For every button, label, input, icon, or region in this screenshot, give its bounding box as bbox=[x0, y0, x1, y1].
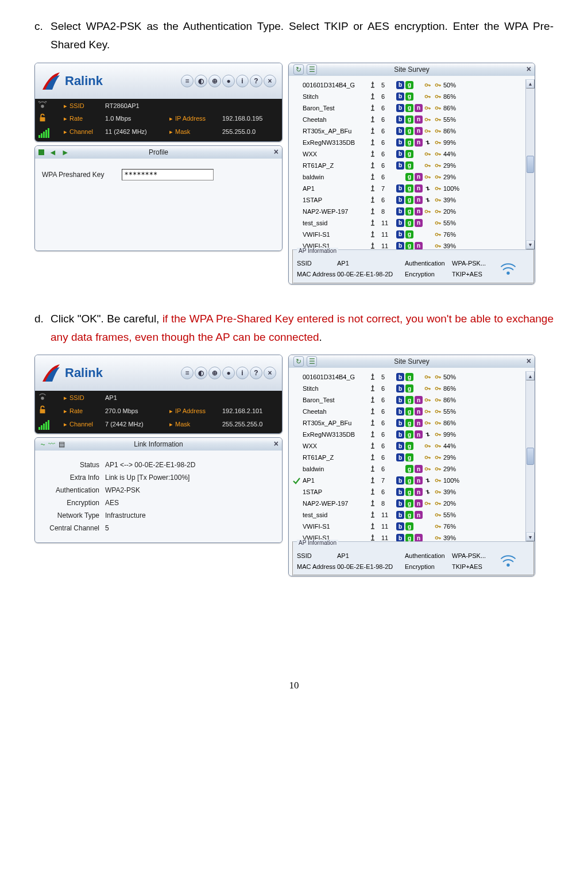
ap-channel: 11 bbox=[381, 534, 396, 541]
survey-row[interactable]: Stitch6bg86% bbox=[292, 91, 535, 102]
ap-channel: 6 bbox=[381, 385, 396, 392]
refresh-icon[interactable]: ↻ bbox=[293, 64, 304, 75]
list-icon[interactable]: ☰ bbox=[307, 356, 317, 367]
ap-signal: 39% bbox=[443, 534, 466, 541]
close-icon[interactable]: × bbox=[274, 439, 278, 448]
toolbar-btn-4[interactable]: ● bbox=[222, 75, 235, 87]
toolbar-btn-info[interactable]: i bbox=[236, 75, 249, 87]
toolbar-btn-close[interactable]: × bbox=[264, 75, 276, 87]
survey-row[interactable]: ExRegNW3135DB6bgn99% bbox=[292, 137, 535, 148]
ap-name: baldwin bbox=[303, 465, 369, 472]
next-arrow-icon[interactable]: ► bbox=[61, 148, 69, 157]
ap-channel: 6 bbox=[381, 174, 396, 180]
doc-icon[interactable]: ▤ bbox=[59, 440, 65, 448]
key-small-icon bbox=[434, 499, 442, 507]
survey-row[interactable]: Stitch6bg86% bbox=[292, 383, 535, 394]
close-icon[interactable]: × bbox=[527, 356, 531, 365]
survey-row[interactable]: Cheetah6bgn55% bbox=[292, 406, 535, 417]
ap-name: VWIFI-S1 bbox=[303, 523, 369, 530]
antenna-icon bbox=[369, 115, 381, 124]
scroll-up-icon[interactable]: ▴ bbox=[526, 371, 535, 380]
svg-point-38 bbox=[435, 422, 438, 424]
survey-row[interactable]: Baron_Test6bgn86% bbox=[292, 102, 535, 114]
scroll-thumb[interactable] bbox=[527, 448, 534, 465]
lock-open-icon bbox=[37, 405, 48, 415]
survey-list-1[interactable]: 001601D314B4_G5bg50%Stitch6bg86%Baron_Te… bbox=[292, 79, 535, 249]
survey-row[interactable]: test_ssid11bgn55% bbox=[292, 509, 535, 521]
survey-row[interactable]: WXX6bg44% bbox=[292, 148, 535, 160]
survey-row[interactable]: 1STAP6bgn39% bbox=[292, 194, 535, 206]
toolbar-btn-1[interactable]: ≡ bbox=[181, 367, 194, 379]
badge-b-icon: b bbox=[396, 442, 404, 450]
ap-signal: 99% bbox=[443, 139, 466, 146]
refresh-icon[interactable]: ↻ bbox=[293, 356, 304, 367]
survey-row[interactable]: RT305x_AP_BFu6bgn86% bbox=[292, 125, 535, 137]
ap-name: Baron_Test bbox=[303, 397, 369, 403]
toolbar-btn-2[interactable]: ◐ bbox=[195, 75, 207, 87]
survey-row[interactable]: Baron_Test6bgn86% bbox=[292, 394, 535, 406]
toolbar-btn-3[interactable]: ⊕ bbox=[208, 75, 221, 87]
key-icon bbox=[424, 150, 432, 158]
ap-name: WXX bbox=[303, 442, 369, 449]
survey-row[interactable]: VWIFI-S111bg76% bbox=[292, 229, 535, 240]
survey-row[interactable]: AP17bgn100% bbox=[292, 475, 535, 486]
psk-input[interactable] bbox=[122, 169, 214, 180]
close-icon[interactable]: × bbox=[274, 147, 278, 156]
graph-icon[interactable]: 〰 bbox=[48, 440, 55, 448]
toolbar-btn-4[interactable]: ● bbox=[222, 367, 235, 379]
ap-name: 001601D314B4_G bbox=[303, 374, 369, 380]
survey-row[interactable]: RT305x_AP_BFu6bgn86% bbox=[292, 417, 535, 429]
prev-arrow-icon[interactable]: ◄ bbox=[49, 148, 57, 157]
ap-signal: 55% bbox=[443, 511, 466, 518]
toolbar-btn-close[interactable]: × bbox=[264, 367, 276, 379]
survey-row[interactable]: baldwin6gn29% bbox=[292, 171, 535, 183]
scrollbar[interactable]: ▴ ▾ bbox=[525, 79, 535, 249]
scroll-thumb[interactable] bbox=[527, 156, 534, 173]
ap-channel: 6 bbox=[381, 431, 396, 438]
svg-point-33 bbox=[425, 399, 427, 401]
antenna-icon bbox=[369, 195, 381, 205]
svg-point-21 bbox=[425, 210, 427, 212]
scroll-down-icon[interactable]: ▾ bbox=[526, 240, 535, 249]
survey-row[interactable]: NAP2-WEP-1978bgn20% bbox=[292, 498, 535, 509]
psk-label: WPA Preshared Key bbox=[42, 171, 105, 179]
survey-row[interactable]: baldwin6gn29% bbox=[292, 463, 535, 475]
badge-b-icon: b bbox=[396, 373, 404, 381]
signal-wave-icon[interactable]: ⏦ bbox=[41, 440, 45, 448]
mask-value: 255.255.0.0 bbox=[222, 128, 280, 138]
badge-n-icon: n bbox=[415, 499, 423, 507]
badge-b-icon: b bbox=[396, 396, 404, 404]
survey-row[interactable]: WXX6bg44% bbox=[292, 440, 535, 452]
toolbar-btn-help[interactable]: ? bbox=[250, 75, 262, 87]
survey-row[interactable]: NAP2-WEP-1978bgn20% bbox=[292, 206, 535, 217]
survey-row[interactable]: 001601D314B4_G5bg50% bbox=[292, 79, 535, 91]
badge-b-icon: b bbox=[396, 81, 404, 89]
close-icon[interactable]: × bbox=[527, 64, 531, 74]
survey-row[interactable]: 001601D314B4_G5bg50% bbox=[292, 371, 535, 383]
survey-row[interactable]: AP17bgn100% bbox=[292, 183, 535, 194]
badge-g-icon: g bbox=[405, 219, 413, 227]
stop-icon[interactable] bbox=[38, 149, 44, 155]
toolbar-btn-help[interactable]: ? bbox=[250, 367, 262, 379]
ap-signal: 50% bbox=[443, 374, 466, 380]
survey-row[interactable]: Cheetah6bgn55% bbox=[292, 114, 535, 125]
profile-title: Profile bbox=[149, 148, 168, 156]
survey-row[interactable]: RT61AP_Z6bg29% bbox=[292, 160, 535, 171]
list-icon[interactable]: ☰ bbox=[307, 64, 317, 75]
survey-row[interactable]: test_ssid11bgn55% bbox=[292, 217, 535, 229]
toolbar-btn-1[interactable]: ≡ bbox=[181, 75, 194, 87]
key-icon bbox=[424, 93, 432, 101]
survey-row[interactable]: ExRegNW3135DB6bgn99% bbox=[292, 429, 535, 440]
survey-list-2[interactable]: 001601D314B4_G5bg50%Stitch6bg86%Baron_Te… bbox=[292, 371, 535, 541]
toolbar-btn-info[interactable]: i bbox=[236, 367, 249, 379]
survey-row[interactable]: VWIFI-S111bg76% bbox=[292, 521, 535, 532]
key-small-icon bbox=[434, 196, 442, 204]
scrollbar[interactable]: ▴ ▾ bbox=[525, 371, 535, 541]
key-small-icon bbox=[434, 384, 442, 392]
scroll-up-icon[interactable]: ▴ bbox=[526, 79, 535, 88]
toolbar-btn-2[interactable]: ◐ bbox=[195, 367, 207, 379]
scroll-down-icon[interactable]: ▾ bbox=[526, 532, 535, 541]
toolbar-btn-3[interactable]: ⊕ bbox=[208, 367, 221, 379]
survey-row[interactable]: RT61AP_Z6bg29% bbox=[292, 452, 535, 463]
survey-row[interactable]: 1STAP6bgn39% bbox=[292, 486, 535, 498]
